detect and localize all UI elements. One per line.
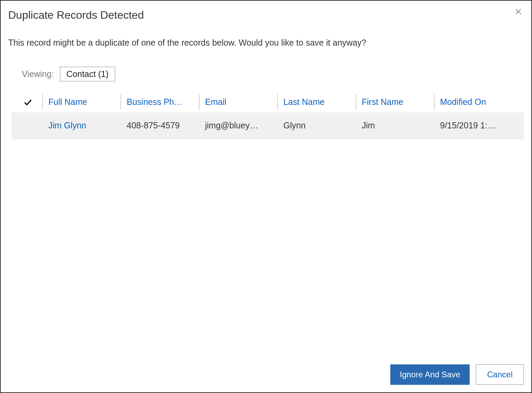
duplicates-table: Full Name Business Ph… Email Last Name F… xyxy=(12,92,524,139)
column-header-modified-on[interactable]: Modified On xyxy=(434,92,524,112)
cell-select[interactable] xyxy=(12,112,42,139)
table-header-row: Full Name Business Ph… Email Last Name F… xyxy=(12,92,524,112)
dialog-message: This record might be a duplicate of one … xyxy=(8,38,524,48)
close-button[interactable] xyxy=(514,7,523,17)
dialog-title: Duplicate Records Detected xyxy=(8,9,524,21)
cell-full-name[interactable]: Jim Glynn xyxy=(42,112,121,139)
cell-last-name: Glynn xyxy=(277,112,356,139)
column-header-last-name[interactable]: Last Name xyxy=(277,92,356,112)
cell-business-phone: 408-875-4579 xyxy=(121,112,199,139)
column-header-full-name[interactable]: Full Name xyxy=(42,92,121,112)
duplicate-records-dialog: Duplicate Records Detected This record m… xyxy=(0,0,532,393)
column-header-business-phone[interactable]: Business Ph… xyxy=(121,92,199,112)
table-row[interactable]: Jim Glynn 408-875-4579 jimg@bluey… Glynn… xyxy=(12,112,524,139)
column-header-first-name[interactable]: First Name xyxy=(356,92,434,112)
viewing-label: Viewing: xyxy=(22,69,54,79)
ignore-and-save-button[interactable]: Ignore And Save xyxy=(390,364,470,385)
checkmark-icon xyxy=(24,97,32,107)
cell-first-name: Jim xyxy=(356,112,434,139)
column-header-select xyxy=(12,92,42,112)
cancel-button[interactable]: Cancel xyxy=(476,364,524,385)
cell-modified-on: 9/15/2019 1:… xyxy=(434,112,524,139)
tab-contact[interactable]: Contact (1) xyxy=(60,67,115,81)
column-header-email[interactable]: Email xyxy=(199,92,277,112)
dialog-footer: Ignore And Save Cancel xyxy=(8,364,524,385)
viewing-row: Viewing: Contact (1) xyxy=(22,67,524,81)
close-icon xyxy=(515,8,522,17)
cell-email: jimg@bluey… xyxy=(199,112,277,139)
